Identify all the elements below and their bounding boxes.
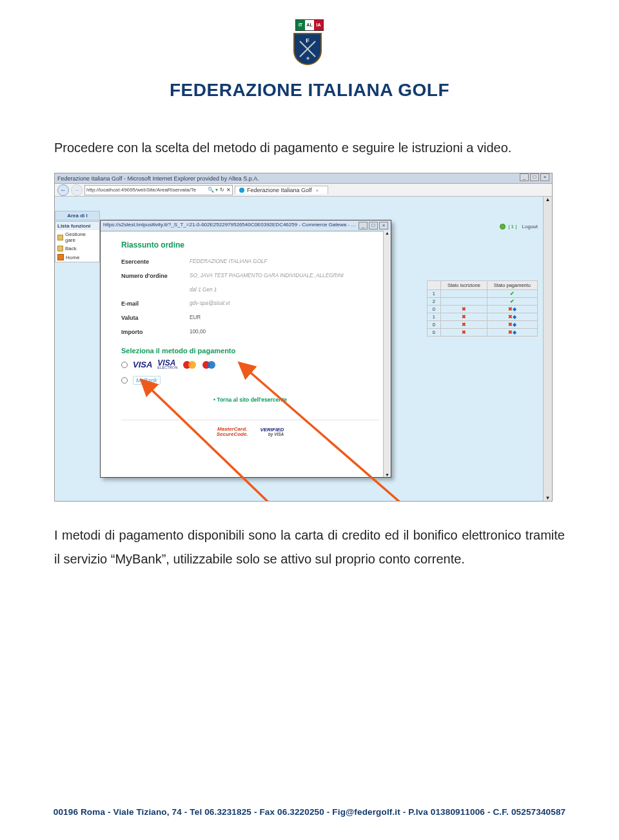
sidebar-header: Area di l bbox=[55, 211, 100, 220]
security-badges: MasterCard. SecureCode. VERIFIED by VISA bbox=[121, 420, 379, 437]
home-icon bbox=[57, 254, 64, 260]
popup-minimize-button[interactable]: _ bbox=[359, 222, 368, 230]
outro-paragraph: I metodi di pagamento disponibili sono l… bbox=[0, 502, 619, 571]
intro-paragraph: Procedere con la scelta del metodo di pa… bbox=[0, 101, 619, 160]
return-to-merchant-link[interactable]: Torna al sito dell'esercente bbox=[121, 396, 379, 403]
table-row: 0✖✖◆ bbox=[427, 321, 537, 329]
header-logo-area: ITALIA F ★ FEDERAZIONE ITALIANA GOLF bbox=[0, 0, 619, 101]
radio-mybank[interactable] bbox=[121, 377, 128, 384]
th-stato-pagamento: Stato pagamento bbox=[487, 281, 537, 290]
table-row: 2✔ bbox=[427, 298, 537, 306]
payment-popup: https://s2stest.bnlpositivity.it/?_S_T_=… bbox=[100, 220, 391, 478]
valuta-value: EUR bbox=[190, 315, 201, 321]
minimize-button[interactable]: _ bbox=[520, 173, 529, 181]
importo-label: Importo bbox=[121, 329, 190, 335]
logout-link[interactable]: Logout bbox=[522, 224, 538, 230]
refresh-icon[interactable]: ↻ bbox=[220, 186, 224, 195]
esercente-label: Esercente bbox=[121, 259, 190, 265]
italy-flag-icon: ITALIA bbox=[295, 19, 324, 31]
securecode-icon: MasterCard. SecureCode. bbox=[217, 427, 248, 437]
ie-title-text: Federazione Italiana Golf - Microsoft In… bbox=[57, 173, 259, 183]
order-summary-heading: Riassunto ordine bbox=[121, 240, 379, 249]
tab-close-icon[interactable]: × bbox=[316, 188, 319, 193]
esercente-value: FEDERAZIONE ITALIANA GOLF bbox=[190, 259, 268, 265]
verified-by-visa-icon: VERIFIED by VISA bbox=[260, 427, 284, 437]
back-icon[interactable]: ← bbox=[57, 184, 69, 196]
visa-electron-icon: VISAELECTRON bbox=[157, 360, 177, 369]
address-toolbar: ← → http://localhost:49695/webSite/AreaR… bbox=[55, 184, 552, 197]
address-input[interactable]: http://localhost:49695/webSite/AreaRiser… bbox=[84, 185, 233, 195]
tab-label: Federazione Italiana Golf bbox=[247, 187, 312, 193]
pay-option-mybank[interactable]: MyBank bbox=[121, 376, 379, 385]
popup-maximize-button[interactable]: □ bbox=[369, 222, 378, 230]
embedded-screenshot: Federazione Italiana Golf - Microsoft In… bbox=[54, 173, 553, 502]
mybank-icon: MyBank bbox=[133, 376, 161, 385]
search-go-icon[interactable]: 🔍 ▾ bbox=[208, 186, 218, 195]
select-method-heading: Seleziona il metodo di pagamento bbox=[121, 347, 379, 355]
visa-icon: VISA bbox=[133, 360, 152, 369]
table-row: 0✖✖◆ bbox=[427, 306, 537, 313]
extra-value: dal 1 Gen 1 bbox=[190, 287, 217, 293]
table-row: 1✔ bbox=[427, 290, 537, 298]
sidebar-item-home[interactable]: Home bbox=[55, 253, 99, 262]
sidebar-item-label: Home bbox=[66, 255, 79, 260]
email-label: E-mail bbox=[121, 300, 190, 307]
close-button[interactable]: × bbox=[540, 173, 549, 181]
sidebar-item-gestione-gare[interactable]: Gestione gare bbox=[55, 230, 99, 244]
maximize-button[interactable]: □ bbox=[530, 173, 539, 181]
numero-ordine-label: Numero d'ordine bbox=[121, 273, 190, 279]
forward-icon[interactable]: → bbox=[71, 184, 83, 196]
user-bar: | 1 | Logout bbox=[500, 224, 538, 230]
sidebar-item-back[interactable]: Back bbox=[55, 244, 99, 253]
folder-icon bbox=[57, 235, 63, 240]
maestro-icon bbox=[202, 360, 217, 369]
page-footer: 00196 Roma - Viale Tiziano, 74 - Tel 06.… bbox=[0, 807, 619, 817]
status-table: Stato iscrizione Stato pagamento 1✔ 2✔ 0… bbox=[427, 280, 538, 337]
popup-titlebar: https://s2stest.bnlpositivity.it/?_S_T_=… bbox=[101, 220, 391, 231]
popup-scrollbar[interactable] bbox=[383, 231, 391, 477]
pay-option-card[interactable]: VISA VISAELECTRON bbox=[121, 360, 379, 369]
favicon-icon bbox=[239, 188, 244, 193]
org-title: FEDERAZIONE ITALIANA GOLF bbox=[0, 80, 619, 101]
importo-value: 100,00 bbox=[190, 329, 206, 335]
sidebar-section-title: Lista funzioni bbox=[55, 222, 99, 230]
shield-icon: F ★ bbox=[293, 33, 322, 65]
back-page-icon bbox=[57, 246, 63, 251]
table-row: 1✖✖◆ bbox=[427, 313, 537, 321]
table-row: 0✖✖◆ bbox=[427, 329, 537, 337]
user-bar-sep: | 1 | bbox=[508, 224, 516, 230]
status-dot-icon bbox=[500, 224, 506, 230]
ie-titlebar: Federazione Italiana Golf - Microsoft In… bbox=[55, 173, 552, 184]
popup-title-text: https://s2stest.bnlpositivity.it/?_S_T_=… bbox=[103, 222, 358, 230]
valuta-label: Valuta bbox=[121, 315, 190, 321]
address-value: http://localhost:49695/webSite/AreaRiser… bbox=[86, 186, 196, 195]
numero-ordine-value: SO_JAVA TEST PAGAMENTO GARA INDIVIDUALE_… bbox=[190, 273, 344, 279]
sidebar: Lista funzioni Gestione gare Back Home bbox=[55, 221, 100, 262]
sidebar-item-label: Back bbox=[65, 246, 77, 251]
th-stato-iscrizione: Stato iscrizione bbox=[441, 281, 487, 290]
mastercard-icon bbox=[183, 360, 197, 369]
main-scrollbar[interactable] bbox=[543, 197, 552, 501]
popup-close-button[interactable]: × bbox=[379, 222, 388, 230]
radio-card[interactable] bbox=[121, 362, 128, 368]
stop-icon[interactable]: ✕ bbox=[226, 186, 231, 195]
email-value: gdv-spa@sisal.vt bbox=[190, 300, 230, 307]
browser-tab[interactable]: Federazione Italiana Golf × bbox=[235, 186, 328, 194]
fig-logo: ITALIA F ★ bbox=[293, 19, 326, 64]
sidebar-item-label: Gestione gare bbox=[65, 231, 97, 243]
